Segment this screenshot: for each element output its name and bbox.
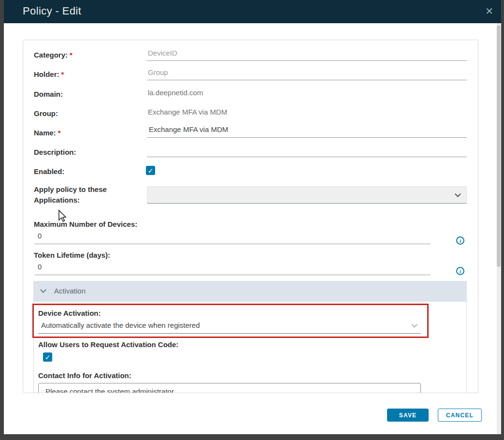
device-activation-label: Device Activation: xyxy=(38,309,101,317)
description-underline xyxy=(147,157,467,157)
holder-label-text: Holder: xyxy=(34,70,59,78)
allow-request-label: Allow Users to Request Activation Code: xyxy=(38,340,178,349)
applications-select[interactable] xyxy=(147,186,467,204)
save-button[interactable]: SAVE xyxy=(387,409,429,422)
holder-required-marker: * xyxy=(61,70,64,78)
description-label: Description: xyxy=(34,148,76,156)
close-icon[interactable]: ✕ xyxy=(485,4,493,18)
description-input[interactable] xyxy=(149,145,463,153)
name-label: Name:* xyxy=(34,129,61,137)
info-icon[interactable]: i xyxy=(456,267,464,275)
token-lifetime-input[interactable] xyxy=(38,263,415,271)
chevron-down-icon xyxy=(40,287,46,293)
max-devices-underline xyxy=(34,244,431,244)
check-icon: ✓ xyxy=(148,167,154,174)
category-select[interactable]: DeviceID xyxy=(148,49,177,57)
info-icon-glyph: i xyxy=(460,238,461,244)
max-devices-label: Maximum Number of Devices: xyxy=(34,220,137,228)
chevron-down-icon xyxy=(455,191,461,197)
vertical-scrollbar-track[interactable] xyxy=(497,23,501,434)
chevron-down-icon[interactable] xyxy=(478,51,478,57)
contact-info-textarea[interactable]: Please contact the system administrator xyxy=(38,383,421,393)
vertical-scrollbar-thumb[interactable] xyxy=(497,25,501,267)
holder-select[interactable]: Group xyxy=(148,68,168,76)
dialog-title: Policy - Edit xyxy=(23,5,81,17)
holder-underline xyxy=(147,80,467,80)
chevron-down-icon[interactable] xyxy=(478,70,478,76)
policy-form-card: Category:* DeviceID Holder:* Group Domai… xyxy=(23,40,478,393)
info-icon-glyph: i xyxy=(460,268,461,274)
name-input[interactable] xyxy=(149,125,463,133)
device-activation-select[interactable]: Automatically activate the device when r… xyxy=(41,321,200,329)
contact-info-label: Contact Info for Activation: xyxy=(38,371,131,380)
category-underline xyxy=(147,60,467,61)
category-label: Category:* xyxy=(34,51,72,59)
name-label-text: Name: xyxy=(34,129,56,137)
category-required-marker: * xyxy=(70,51,72,59)
device-activation-underline xyxy=(38,333,421,334)
allow-request-checkbox[interactable]: ✓ xyxy=(43,352,52,362)
apply-policy-label-line1: Apply policy to these xyxy=(34,185,107,193)
screen-background: Policy - Edit ✕ Category:* DeviceID Hold… xyxy=(0,0,504,440)
dialog-header: Policy - Edit ✕ xyxy=(4,0,501,23)
domain-label: Domain: xyxy=(34,90,63,98)
check-icon: ✓ xyxy=(45,354,51,361)
info-icon[interactable]: i xyxy=(456,236,464,245)
name-underline xyxy=(147,137,467,138)
enabled-label: Enabled: xyxy=(34,167,64,176)
activation-section-header[interactable]: Activation xyxy=(33,281,467,302)
group-value: Exchange MFA via MDM xyxy=(148,108,227,116)
holder-label: Holder:* xyxy=(34,70,64,78)
name-required-marker: * xyxy=(58,129,61,137)
token-lifetime-label: Token Lifetime (days): xyxy=(34,251,110,259)
cancel-button[interactable]: CANCEL xyxy=(438,409,482,422)
max-devices-input[interactable] xyxy=(38,232,415,240)
activation-section-label: Activation xyxy=(54,287,86,295)
category-label-text: Category: xyxy=(34,51,68,59)
group-label: Group: xyxy=(34,109,58,117)
apply-policy-label-line2: Applications: xyxy=(34,196,80,204)
policy-edit-dialog: Policy - Edit ✕ Category:* DeviceID Hold… xyxy=(4,0,501,434)
domain-value: la.deepnetid.com xyxy=(148,88,203,97)
token-lifetime-underline xyxy=(34,275,431,275)
enabled-checkbox[interactable]: ✓ xyxy=(146,166,155,175)
